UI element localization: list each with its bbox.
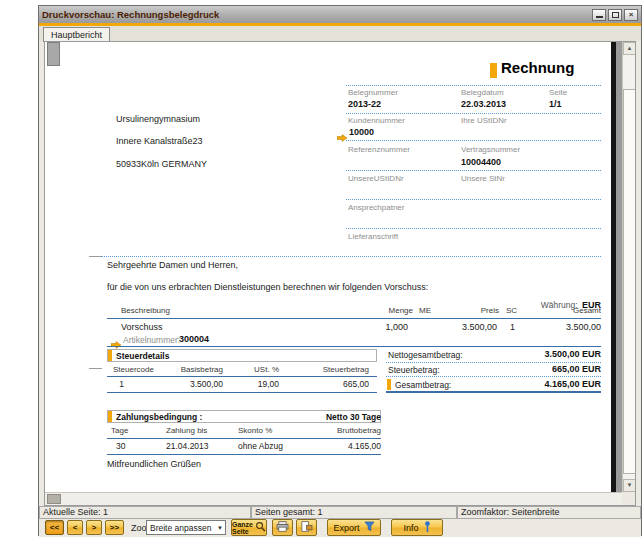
- table-line: [107, 346, 601, 347]
- zoom-dropdown[interactable]: Breite anpassen ▼: [146, 520, 226, 535]
- info-button[interactable]: Info: [391, 519, 443, 536]
- vertical-scroll-thumb[interactable]: [623, 89, 636, 474]
- referenznummer-label: Referenznummer: [348, 145, 410, 154]
- dotted-separator: [346, 228, 601, 229]
- vertragsnummer-label: Vertragsnummer: [461, 145, 520, 154]
- items-header-me: ME: [419, 306, 431, 315]
- window-title: Druckvorschau: Rechnungsbelegdruck: [42, 9, 590, 20]
- print-preview-window: Druckvorschau: Rechnungsbelegdruck × Hau…: [38, 5, 642, 536]
- title-bar: Druckvorschau: Rechnungsbelegdruck ×: [39, 6, 641, 23]
- margin-tick: [89, 368, 102, 369]
- chevron-down-icon: ▼: [217, 525, 223, 531]
- close-icon: ×: [629, 10, 634, 20]
- kundennummer-label: Kundennummer: [348, 116, 405, 125]
- scroll-up-icon[interactable]: ▲: [623, 42, 636, 55]
- maximize-button[interactable]: [608, 9, 622, 21]
- recipient-line3: 50933Köln GERMANY: [116, 159, 207, 169]
- table-line: [107, 454, 381, 455]
- seite-label: Seite: [549, 88, 567, 97]
- intro-text: für die von uns erbrachten Dienstleistun…: [107, 282, 428, 292]
- payment-row-tage: 30: [116, 441, 125, 451]
- scroll-down-icon[interactable]: ▼: [623, 479, 636, 492]
- horizontal-scrollbar[interactable]: [45, 492, 622, 505]
- status-zoom-factor: Zoomfaktor: Seitenbreite: [457, 506, 641, 519]
- payment-title: Zahlungsbedingung :: [116, 412, 202, 422]
- unsere-stnr-label: Unsere StNr: [461, 174, 505, 183]
- netto-label: Nettogesamtbetrag:: [388, 350, 463, 360]
- payment-row-skonto: ohne Abzug: [238, 441, 283, 451]
- lieferanschrift-label: Lieferanschrift: [348, 232, 398, 241]
- dotted-separator: [101, 256, 601, 257]
- tax-header-ust: USt. %: [219, 365, 279, 374]
- info-pin-icon: [424, 521, 431, 535]
- items-header-sc: SC: [506, 306, 517, 315]
- scrollbar-corner: [622, 492, 635, 505]
- status-total-pages: Seiten gesamt: 1: [251, 506, 457, 519]
- item-quantity: 1,000: [348, 322, 408, 332]
- export-button[interactable]: Export: [327, 519, 381, 536]
- artikelnummer-label: Artikelnummer:: [123, 335, 180, 345]
- unsere-ustidnr-label: UnsereUStIDNr: [348, 174, 404, 183]
- tax-title: Steuerdetails: [116, 351, 169, 361]
- table-line: [107, 318, 601, 319]
- last-page-button[interactable]: >>: [105, 520, 124, 535]
- page-setup-icon: [300, 521, 313, 534]
- printer-icon: [276, 521, 289, 534]
- dotted-separator: [346, 199, 601, 200]
- steuer-label: Steuerbetrag:: [388, 365, 440, 375]
- payment-row-zahlung-bis: 21.04.2013: [166, 441, 209, 451]
- tax-header-basis: Basisbetrag: [163, 365, 223, 374]
- table-line: [107, 392, 377, 393]
- payment-row-brutto: 4.165,00: [311, 441, 381, 451]
- items-header-preis: Preis: [439, 306, 499, 315]
- vertragsnummer-value: 10004400: [461, 157, 501, 167]
- payment-header-tage: Tage: [111, 426, 128, 435]
- minimize-button[interactable]: [592, 9, 606, 21]
- table-line: [107, 438, 381, 439]
- ansprechpartner-label: Ansprechpatner: [348, 203, 404, 212]
- payment-header-skonto: Skonto %: [238, 426, 272, 435]
- greeting-text: Sehrgeehrte Damen und Herren,: [107, 260, 238, 270]
- info-label: Info: [403, 523, 418, 533]
- funnel-icon: [364, 521, 375, 534]
- horizontal-scroll-thumb[interactable]: [47, 494, 61, 504]
- tax-row-betrag: 665,00: [299, 379, 369, 389]
- dotted-separator: [386, 376, 601, 377]
- vertical-scrollbar[interactable]: ▲ ▼: [622, 42, 635, 492]
- preview-area: Rechnung Belegnummer Belegdatum Seite 20…: [44, 41, 636, 506]
- dotted-separator: [346, 113, 601, 114]
- belegdatum-value: 22.03.2013: [461, 99, 506, 109]
- title-accent-bar: [490, 63, 497, 78]
- dotted-separator: [386, 362, 601, 363]
- recipient-line1: Ursulinengymnasium: [116, 114, 200, 124]
- tax-accent-bar: [108, 350, 112, 361]
- link-arrow-icon: [337, 128, 347, 146]
- dotted-separator: [346, 85, 601, 86]
- ihre-ustidnr-label: Ihre UStIDNr: [461, 116, 507, 125]
- next-page-button[interactable]: >: [86, 520, 102, 535]
- tab-hauptbericht[interactable]: Hauptbericht: [43, 27, 110, 42]
- table-line: [107, 376, 377, 377]
- first-page-button[interactable]: <<: [45, 520, 64, 535]
- item-total: 3.500,00: [541, 322, 601, 332]
- total-accent-bar: [387, 379, 391, 390]
- table-line: [386, 391, 601, 393]
- tax-header-code: Steuercode: [113, 365, 154, 374]
- group-tree-handle[interactable]: [47, 42, 60, 66]
- dotted-separator: [346, 140, 601, 141]
- page-setup-button[interactable]: [296, 519, 317, 536]
- maximize-icon: [612, 12, 619, 18]
- recipient-line2: Innere Kanalstraße23: [116, 136, 203, 146]
- status-bar: Aktuelle Seite: 1 Seiten gesamt: 1 Zoomf…: [39, 506, 641, 519]
- previous-page-button[interactable]: <: [67, 520, 83, 535]
- payment-accent-bar: [108, 411, 112, 422]
- whole-page-button[interactable]: GanzeSeite: [231, 519, 267, 536]
- toolbar: << < > >> Zoom Breite anpassen ▼ GanzeSe…: [39, 519, 641, 537]
- items-header-menge: Menge: [353, 306, 413, 315]
- belegnummer-label: Belegnummer: [348, 88, 398, 97]
- print-button[interactable]: [272, 519, 293, 536]
- zoom-dropdown-value: Breite anpassen: [150, 523, 211, 533]
- steuer-value: 665,00 EUR: [481, 364, 601, 374]
- close-button[interactable]: ×: [624, 9, 638, 21]
- payment-header-zahlung-bis: Zahlung bis: [166, 426, 207, 435]
